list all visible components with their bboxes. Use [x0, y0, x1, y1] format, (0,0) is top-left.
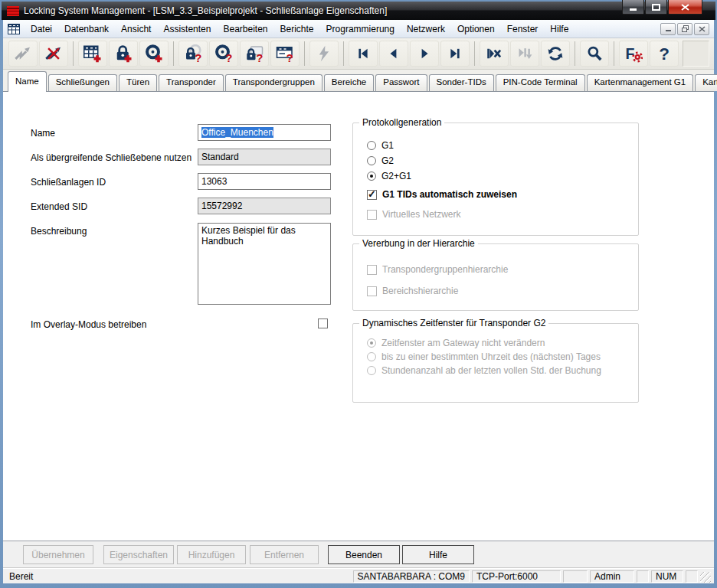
search-button[interactable]: [580, 41, 609, 67]
previous-record-button[interactable]: [379, 41, 408, 67]
tab-tueren[interactable]: Türen: [119, 74, 157, 91]
radio-g1[interactable]: G1: [367, 140, 394, 151]
tab-schliessungen[interactable]: Schließungen: [48, 74, 117, 91]
mdi-restore-button[interactable]: [677, 23, 692, 35]
menu-assistenten[interactable]: Assistenten: [157, 21, 217, 37]
read-lock-button[interactable]: ?: [178, 41, 208, 67]
status-empty-cell: [637, 570, 649, 583]
g1-tids-checkbox[interactable]: [367, 190, 377, 200]
status-com-port: SANTABARBARA : COM9: [353, 570, 470, 583]
mdi-minimize-button[interactable]: [660, 23, 676, 35]
svg-text:?: ?: [195, 51, 201, 64]
remove-button[interactable]: Entfernen: [250, 545, 319, 564]
exit-button[interactable]: Beenden: [328, 545, 400, 564]
svg-text:F: F: [626, 45, 635, 62]
mdi-close-icon: [699, 26, 706, 32]
import-button[interactable]: [510, 41, 539, 67]
app-logo-icon: [7, 6, 19, 16]
resize-grip-icon[interactable]: [700, 572, 711, 583]
maximize-button[interactable]: [645, 0, 667, 15]
toolbar-separator: [173, 41, 174, 66]
g1-tids-label: G1 TIDs automatisch zuweisen: [382, 189, 517, 200]
status-ready-text: Bereit: [3, 571, 33, 582]
login-button[interactable]: [8, 41, 38, 67]
tab-bereiche[interactable]: Bereiche: [324, 74, 374, 91]
system-id-input[interactable]: 13063: [198, 173, 331, 190]
tab-passwort[interactable]: Passwort: [375, 74, 427, 91]
transponder-group-hierarchy-row: Transpondergruppenhierarchie: [367, 264, 508, 275]
mdi-close-button[interactable]: [694, 23, 709, 35]
program-button[interactable]: [309, 41, 339, 67]
minimize-button[interactable]: [622, 0, 644, 15]
menu-optionen[interactable]: Optionen: [451, 21, 501, 37]
menu-netzwerk[interactable]: Netzwerk: [401, 21, 451, 37]
close-button[interactable]: [668, 0, 702, 15]
time-window-option-3: Stundenanzahl ab der letzten vollen Std.…: [367, 365, 601, 376]
menu-programmierung[interactable]: Programmierung: [320, 21, 401, 37]
refresh-button[interactable]: [541, 41, 570, 67]
read-mifare-lock-icon: ?: [245, 44, 264, 63]
program-icon: [316, 45, 332, 62]
remove-record-button[interactable]: [480, 41, 509, 67]
filter-button[interactable]: F: [619, 41, 648, 67]
menu-bearbeiten[interactable]: Bearbeiten: [217, 21, 273, 37]
new-transponder-icon: [145, 44, 163, 63]
menu-hilfe[interactable]: Hilfe: [544, 21, 575, 37]
mdi-minimize-icon: [665, 26, 672, 32]
first-record-icon: [356, 47, 370, 60]
last-record-button[interactable]: [440, 41, 470, 67]
logout-button[interactable]: [39, 41, 68, 67]
tab-kartenmanagement-g2[interactable]: Kartenmanagement G2: [695, 74, 717, 91]
tab-name[interactable]: Name: [8, 71, 47, 92]
tab-transpondergruppen[interactable]: Transpondergruppen: [225, 74, 322, 91]
overlay-mode-label: Im Overlay-Modus betreiben: [31, 319, 146, 330]
toolbar-separator: [575, 41, 575, 66]
tab-pin-code-terminal[interactable]: PIN-Code Terminal: [496, 74, 585, 91]
toolbar: ? ? ? ? F ?: [3, 38, 714, 70]
area-hierarchy-label: Bereichshierarchie: [382, 286, 458, 296]
apply-button[interactable]: Übernehmen: [23, 545, 93, 564]
status-cells: SANTABARBARA : COM9 TCP-Port:6000 Admin …: [351, 570, 711, 583]
menu-datenbank[interactable]: Datenbank: [58, 21, 115, 37]
tab-kartenmanagement-g1[interactable]: Kartenmanagement G1: [587, 74, 694, 91]
overlay-mode-checkbox[interactable]: [318, 318, 328, 328]
time-window-option-1-radio: [367, 338, 376, 348]
tab-transponder[interactable]: Transponder: [159, 74, 224, 91]
name-input-selected-text: Office_Muenchen: [201, 127, 273, 138]
new-locking-system-button[interactable]: [78, 41, 107, 67]
menu-ansicht[interactable]: Ansicht: [115, 21, 157, 37]
virtual-network-checkbox: [367, 210, 377, 220]
next-record-button[interactable]: [410, 41, 439, 67]
tab-sonder-tids[interactable]: Sonder-TIDs: [429, 74, 494, 91]
toolbar-empty-area: [683, 41, 709, 67]
new-lock-button[interactable]: [109, 41, 138, 67]
properties-button[interactable]: Eigenschaften: [103, 545, 174, 564]
status-bar: Bereit SANTABARBARA : COM9 TCP-Port:6000…: [3, 568, 714, 583]
maximize-icon: [652, 4, 660, 11]
menu-berichte[interactable]: Berichte: [274, 21, 320, 37]
help-button[interactable]: ?: [650, 41, 679, 67]
logout-icon: [45, 45, 62, 62]
name-input[interactable]: Office_Muenchen: [198, 124, 331, 141]
status-num-lock: NUM: [651, 570, 683, 583]
read-network-icon: ?: [276, 44, 294, 63]
menu-datei[interactable]: Datei: [25, 21, 58, 37]
time-window-option-3-radio: [367, 366, 376, 375]
description-textarea[interactable]: Kurzes Beispiel für das Handbuch: [198, 223, 331, 305]
read-transponder-button[interactable]: ?: [209, 41, 238, 67]
help-icon: ?: [655, 44, 673, 63]
radio-g2plusg1[interactable]: G2+G1: [367, 171, 411, 181]
new-transponder-button[interactable]: [139, 41, 169, 67]
radio-g2[interactable]: G2: [367, 155, 394, 166]
menu-fenster[interactable]: Fenster: [501, 21, 545, 37]
read-network-button[interactable]: ?: [270, 41, 300, 67]
g1-tids-checkbox-row[interactable]: G1 TIDs automatisch zuweisen: [367, 189, 517, 200]
add-button[interactable]: Hinzufügen: [177, 545, 246, 564]
read-mifare-lock-button[interactable]: ?: [240, 41, 269, 67]
toolbar-separator: [614, 41, 614, 66]
toolbar-separator: [474, 41, 475, 66]
help-footer-button[interactable]: Hilfe: [402, 545, 474, 564]
first-record-button[interactable]: [349, 41, 378, 67]
name-label: Name: [31, 128, 55, 139]
toolbar-separator: [343, 41, 344, 66]
